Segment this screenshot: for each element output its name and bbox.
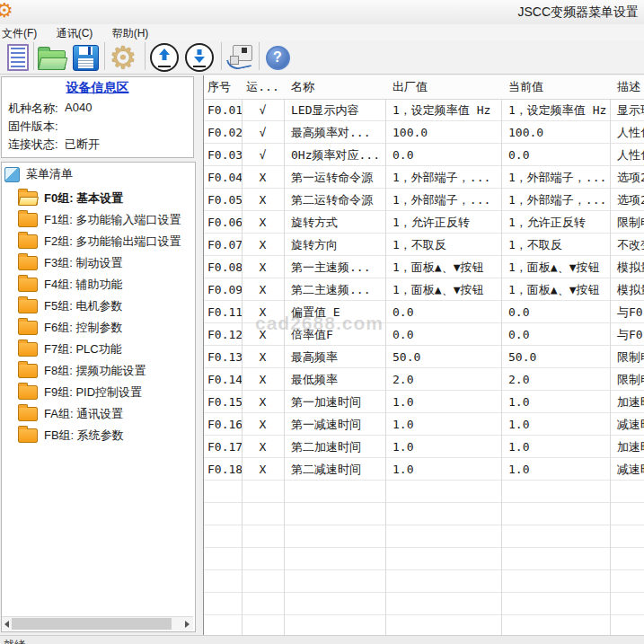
device-info-title: 设备信息区 <box>2 80 193 96</box>
cell-4: 1，不取反 <box>501 234 610 256</box>
tree-item-label: F6组: 控制参数 <box>44 320 122 336</box>
cell-0: F0.03 <box>204 144 242 166</box>
connection-status-field: 连接状态: 已断开 <box>8 137 193 150</box>
cell-1: X <box>242 413 284 436</box>
toolbar-separator <box>33 42 34 70</box>
column-header-4[interactable]: 当前值 <box>501 75 610 99</box>
scroll-right-button[interactable] <box>179 617 193 631</box>
tree-item-fa[interactable]: FA组: 通讯设置 <box>18 403 123 425</box>
app-window: ⚙ JSCC变频器菜单设置 文件(F) 通讯(C) 帮助(H) ⚙ ? 设备信 <box>0 0 644 644</box>
tree-item-f7[interactable]: F7组: PLC功能 <box>18 339 122 360</box>
table-row-F0.15[interactable]: F0.15X第一加速时间1.01.0加速时 <box>204 391 644 413</box>
folder-icon <box>18 321 38 335</box>
tree-item-label: F9组: PID控制设置 <box>44 384 142 401</box>
table-row-F0.13[interactable]: F0.13X最高频率50.050.0限制电 <box>204 346 644 368</box>
cell-5: 与F0. <box>610 323 644 346</box>
table-row-F0.04[interactable]: F0.04X第一运转命令源1，外部端子，...1，外部端子，...选项2 <box>204 166 644 189</box>
open-file-button[interactable] <box>36 43 66 72</box>
cell-3: 1，允许正反转 <box>385 211 501 234</box>
cell-1: X <box>242 458 284 481</box>
table-header-row: 序号运...名称出厂值当前值描述 <box>204 75 644 100</box>
table-row-F0.05[interactable]: F0.05X第二运转命令源1，外部端子，...1，外部端子，...选项2 <box>204 189 644 211</box>
cell-0: F0.12 <box>204 323 242 346</box>
menu-file[interactable]: 文件(F) <box>0 24 45 41</box>
transfer-button[interactable] <box>225 43 255 72</box>
column-header-1[interactable]: 运... <box>242 75 284 99</box>
table-row-F0.18[interactable]: F0.18X第二减速时间1.01.0减速时 <box>204 458 644 481</box>
cell-3: 0.0 <box>385 301 501 323</box>
menu-tree-panel: 菜单清单 F0组: 基本设置F1组: 多功能输入端口设置F2组: 多功能输出端口… <box>1 162 196 632</box>
tree-item-f4[interactable]: F4组: 辅助功能 <box>18 274 122 296</box>
status-bar: 就绪 <box>0 635 644 644</box>
tree-item-label: FA组: 通讯设置 <box>44 406 123 422</box>
device-model-label: 机种名称: <box>8 101 58 115</box>
cell-5: 选项2 <box>610 189 644 211</box>
tree-item-label: F8组: 摆频功能设置 <box>44 363 146 379</box>
cell-5: 人性化 <box>610 144 644 166</box>
save-file-button[interactable] <box>70 43 101 72</box>
column-header-2[interactable]: 名称 <box>284 75 385 99</box>
cell-5: 人性化 <box>610 121 644 144</box>
cell-1: X <box>242 323 284 346</box>
settings-button[interactable]: ⚙ <box>108 43 138 72</box>
cell-3: 1，外部端子，... <box>385 166 501 189</box>
cell-0: F0.08 <box>204 256 242 278</box>
tree-horizontal-scrollbar[interactable] <box>2 616 193 631</box>
cell-4: 100.0 <box>501 121 610 144</box>
tree-item-f1[interactable]: F1组: 多功能输入端口设置 <box>18 209 181 231</box>
cell-4: 50.0 <box>501 346 610 368</box>
cell-0: F0.11 <box>204 301 242 323</box>
parameter-list-button[interactable] <box>3 43 33 72</box>
app-gear-icon: ⚙ <box>0 1 13 21</box>
table-row-F0.16[interactable]: F0.16X第一减速时间1.01.0减速时 <box>204 413 644 436</box>
cell-4: 1，外部端子，... <box>501 166 610 189</box>
table-row-F0.09[interactable]: F0.09X第二主速频...1，面板▲、▼按钮1，面板▲、▼按钮模拟量 <box>204 278 644 301</box>
cell-3: 100.0 <box>385 121 501 144</box>
help-button[interactable]: ? <box>262 43 293 72</box>
table-row-F0.03[interactable]: F0.03√0Hz频率对应...0.00.0人性化 <box>204 144 644 166</box>
cell-3: 1，外部端子，... <box>385 189 501 211</box>
cell-3: 1，不取反 <box>385 234 501 256</box>
cell-4: 1，外部端子，... <box>501 189 610 211</box>
tree-item-f9[interactable]: F9组: PID控制设置 <box>18 382 142 403</box>
cell-5: 减速时 <box>610 413 644 436</box>
cell-1: X <box>242 166 284 189</box>
window-title: JSCC变频器菜单设置 <box>517 4 639 21</box>
upload-button[interactable] <box>149 43 180 72</box>
table-row-F0.06[interactable]: F0.06X旋转方式1，允许正反转1，允许正反转限制电 <box>204 211 644 234</box>
cell-3: 1.0 <box>385 391 501 413</box>
tree-item-f2[interactable]: F2组: 多功能输出端口设置 <box>18 231 181 252</box>
download-button[interactable] <box>184 43 215 72</box>
cell-3: 2.0 <box>385 368 501 391</box>
tree-item-f6[interactable]: F6组: 控制参数 <box>18 317 122 339</box>
menu-comm[interactable]: 通讯(C) <box>49 24 101 41</box>
tree-item-f5[interactable]: F5组: 电机参数 <box>18 296 122 317</box>
tree-item-label: F7组: PLC功能 <box>44 341 122 357</box>
tree-item-fb[interactable]: FB组: 系统参数 <box>18 425 124 446</box>
tree-item-f3[interactable]: F3组: 制动设置 <box>18 252 122 274</box>
table-row-F0.08[interactable]: F0.08X第一主速频...1，面板▲、▼按钮1，面板▲、▼按钮模拟量 <box>204 256 644 278</box>
menu-tree-root[interactable]: 菜单清单 <box>4 166 73 182</box>
column-header-0[interactable]: 序号 <box>204 75 242 99</box>
table-row-F0.07[interactable]: F0.07X旋转方向1，不取反1，不取反不改变 <box>204 234 644 256</box>
cell-5: 限制电 <box>610 368 644 391</box>
table-row-F0.17[interactable]: F0.17X第二加速时间1.01.0加速时 <box>204 436 644 458</box>
tree-item-label: F5组: 电机参数 <box>44 298 122 314</box>
cell-0: F0.02 <box>204 121 242 144</box>
tree-item-f0[interactable]: F0组: 基本设置 <box>18 188 123 209</box>
table-row-F0.02[interactable]: F0.02√最高频率对...100.0100.0人性化 <box>204 121 644 144</box>
folder-icon <box>18 407 38 421</box>
table-row-F0.14[interactable]: F0.14X最低频率2.02.0限制电 <box>204 368 644 391</box>
table-row-F0.11[interactable]: F0.11X偏置值 E0.00.0与F0. <box>204 301 644 323</box>
column-header-5[interactable]: 描述 <box>610 75 644 99</box>
table-row-F0.12[interactable]: F0.12X倍率值F0.00.0与F0. <box>204 323 644 346</box>
scrollbar-thumb[interactable] <box>12 618 172 630</box>
cell-5: 加速时 <box>610 391 644 413</box>
table-row-F0.01[interactable]: F0.01√LED显示内容1，设定频率值 Hz1，设定频率值 Hz显示现 <box>204 99 644 121</box>
column-header-3[interactable]: 出厂值 <box>385 75 501 99</box>
cell-3: 0.0 <box>385 323 501 346</box>
tree-item-label: F4组: 辅助功能 <box>44 277 122 293</box>
cell-1: X <box>242 189 284 211</box>
tree-item-f8[interactable]: F8组: 摆频功能设置 <box>18 360 146 382</box>
tree-item-label: F2组: 多功能输出端口设置 <box>44 234 181 250</box>
